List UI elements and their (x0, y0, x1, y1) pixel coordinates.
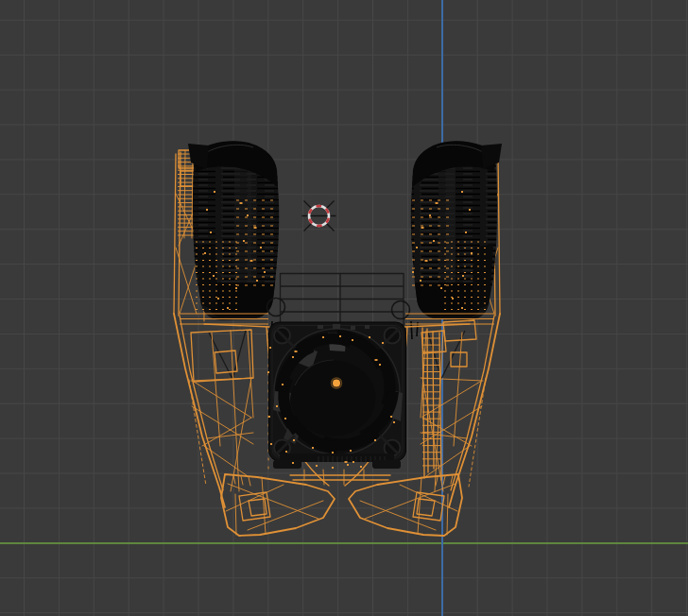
wireframe-speck (284, 418, 286, 419)
wireframe-speck (322, 336, 324, 338)
wireframe-speck (295, 351, 298, 352)
wireframe-speck (292, 462, 294, 464)
wireframe-speck (369, 336, 370, 338)
wireframe-speck (264, 271, 266, 273)
wireframe-speck (440, 287, 442, 289)
wireframe-speck (452, 298, 454, 299)
fan-hub (291, 361, 376, 436)
wireframe-speck (332, 452, 334, 453)
wireframe-speck (312, 447, 314, 449)
wireframe-speck (433, 240, 435, 242)
wireframe-speck (375, 359, 378, 361)
wireframe-speck (353, 461, 354, 463)
wireframe-speck (282, 384, 284, 385)
wireframe-speck (465, 231, 467, 233)
wireframe-speck (345, 461, 348, 463)
wireframe-speck (250, 260, 253, 262)
wireframe-speck (227, 307, 229, 309)
wireframe-speck (256, 280, 258, 282)
wireframe-speck (461, 191, 463, 193)
wireframe-speck (360, 466, 362, 468)
origin-dot[interactable] (332, 378, 342, 388)
wireframe-speck (268, 416, 270, 418)
wireframe-speck (276, 405, 278, 407)
wireframe-speck (267, 371, 269, 373)
wireframe-speck (240, 202, 243, 204)
wireframe-speck (461, 307, 463, 309)
wireframe-speck (214, 191, 215, 193)
wireframe-speck (421, 227, 424, 229)
wireframe-speck (204, 252, 206, 254)
axial-fan[interactable] (266, 320, 408, 469)
wireframe-speck (352, 339, 353, 341)
wireframe-speck (243, 240, 245, 242)
wireframe-speck (390, 416, 392, 418)
wireframe-speck (350, 450, 352, 452)
wireframe-speck (247, 214, 249, 216)
wireframe-speck (210, 231, 212, 233)
wireframe-speck (206, 209, 208, 211)
wireframe-speck (339, 335, 341, 337)
wireframe-speck (269, 347, 271, 349)
wireframe-speck (235, 287, 237, 289)
viewport-canvas[interactable] (0, 0, 688, 616)
wireframe-speck (436, 202, 439, 204)
wireframe-speck (416, 247, 418, 248)
wireframe-speck (382, 342, 384, 344)
wireframe-speck (429, 214, 431, 216)
wireframe-speck (285, 451, 287, 453)
wireframe-speck (374, 439, 376, 441)
wireframe-speck (293, 439, 295, 441)
wireframe-speck (332, 467, 334, 469)
wireframe-speck (471, 252, 473, 254)
wireframe-speck (217, 298, 219, 299)
wireframe-speck (425, 260, 428, 262)
wireframe-speck (420, 280, 421, 282)
wireframe-speck (412, 271, 414, 273)
origin-dot-circle (333, 380, 340, 387)
wireframe-speck (260, 247, 262, 248)
wireframe-speck (292, 356, 294, 358)
wireframe-speck (379, 364, 381, 366)
wireframe-speck (462, 275, 464, 277)
wireframe-speck (393, 421, 395, 423)
wireframe-speck (213, 275, 215, 277)
viewport-3d[interactable] (0, 0, 688, 616)
wireframe-speck (347, 464, 349, 466)
viewport-background (0, 0, 688, 616)
wireframe-speck (254, 227, 257, 229)
wireframe-speck (469, 209, 471, 211)
wireframe-speck (270, 443, 272, 445)
wireframe-speck (316, 465, 318, 467)
